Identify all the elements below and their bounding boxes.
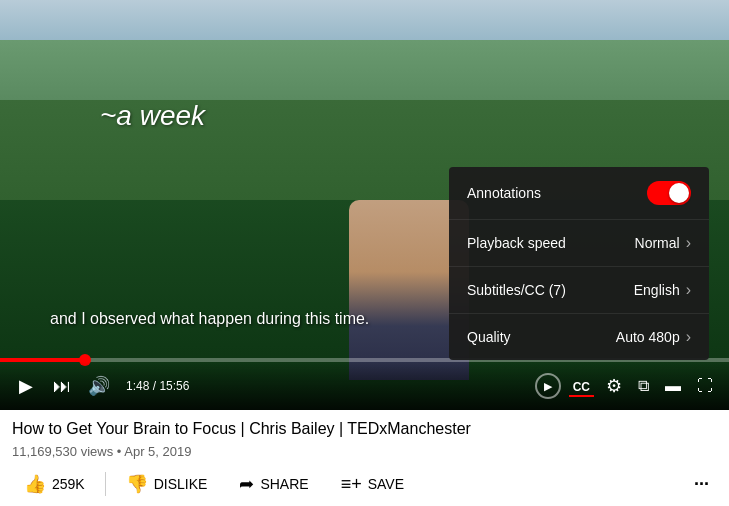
- subtitle-overlay: and I observed what happen during this t…: [50, 308, 369, 330]
- save-label: SAVE: [368, 476, 404, 492]
- settings-button[interactable]: ⚙: [602, 371, 626, 401]
- like-button[interactable]: 👍 259K: [12, 467, 97, 501]
- quality-label: Quality: [467, 329, 511, 345]
- miniplayer-button[interactable]: ⧉: [634, 373, 653, 399]
- playback-speed-setting[interactable]: Playback speed Normal ›: [449, 220, 709, 267]
- playback-speed-label: Playback speed: [467, 235, 566, 251]
- like-divider: [105, 472, 106, 496]
- subtitles-chevron: ›: [686, 281, 691, 299]
- video-info: How to Get Your Brain to Focus | Chris B…: [0, 410, 729, 506]
- volume-button[interactable]: 🔊: [84, 371, 114, 401]
- save-icon: ≡+: [341, 474, 362, 495]
- dislike-button[interactable]: 👎 DISLIKE: [114, 467, 220, 501]
- playback-speed-chevron: ›: [686, 234, 691, 252]
- share-button[interactable]: ➦ SHARE: [227, 467, 320, 501]
- theater-button[interactable]: ▬: [661, 373, 685, 399]
- play-button[interactable]: ▶: [12, 371, 40, 401]
- quality-value: Auto 480p ›: [616, 328, 691, 346]
- cc-button[interactable]: CC: [569, 376, 594, 397]
- annotations-toggle[interactable]: [647, 181, 691, 205]
- playlist-button[interactable]: ▶: [535, 373, 561, 399]
- settings-panel: Annotations Playback speed Normal › Subt…: [449, 167, 709, 360]
- subtitles-setting[interactable]: Subtitles/CC (7) English ›: [449, 267, 709, 314]
- more-button[interactable]: ···: [686, 468, 717, 501]
- share-icon: ➦: [239, 473, 254, 495]
- playback-speed-value: Normal ›: [635, 234, 691, 252]
- video-player[interactable]: ~a week and I observed what happen durin…: [0, 0, 729, 410]
- share-label: SHARE: [260, 476, 308, 492]
- save-button[interactable]: ≡+ SAVE: [329, 468, 416, 501]
- controls-bar: ▶ ⏭ 🔊 1:48 / 15:56 ▶ CC ⚙ ⧉ ▬ ⛶: [0, 362, 729, 410]
- fullscreen-button[interactable]: ⛶: [693, 373, 717, 399]
- thumbs-up-icon: 👍: [24, 473, 46, 495]
- next-button[interactable]: ⏭: [48, 372, 76, 401]
- like-count: 259K: [52, 476, 85, 492]
- video-title: How to Get Your Brain to Focus | Chris B…: [12, 420, 717, 438]
- annotations-setting[interactable]: Annotations: [449, 167, 709, 220]
- quality-setting[interactable]: Quality Auto 480p ›: [449, 314, 709, 360]
- dislike-label: DISLIKE: [154, 476, 208, 492]
- subtitles-label: Subtitles/CC (7): [467, 282, 566, 298]
- subtitles-value: English ›: [634, 281, 691, 299]
- annotations-label: Annotations: [467, 185, 541, 201]
- video-overlay-text: ~a week: [100, 100, 205, 132]
- toggle-thumb: [669, 183, 689, 203]
- video-actions: 👍 259K 👎 DISLIKE ➦ SHARE ≡+ SAVE ···: [12, 467, 717, 501]
- quality-chevron: ›: [686, 328, 691, 346]
- time-display: 1:48 / 15:56: [126, 379, 189, 393]
- video-meta: 11,169,530 views • Apr 5, 2019: [12, 444, 717, 459]
- thumbs-down-icon: 👎: [126, 473, 148, 495]
